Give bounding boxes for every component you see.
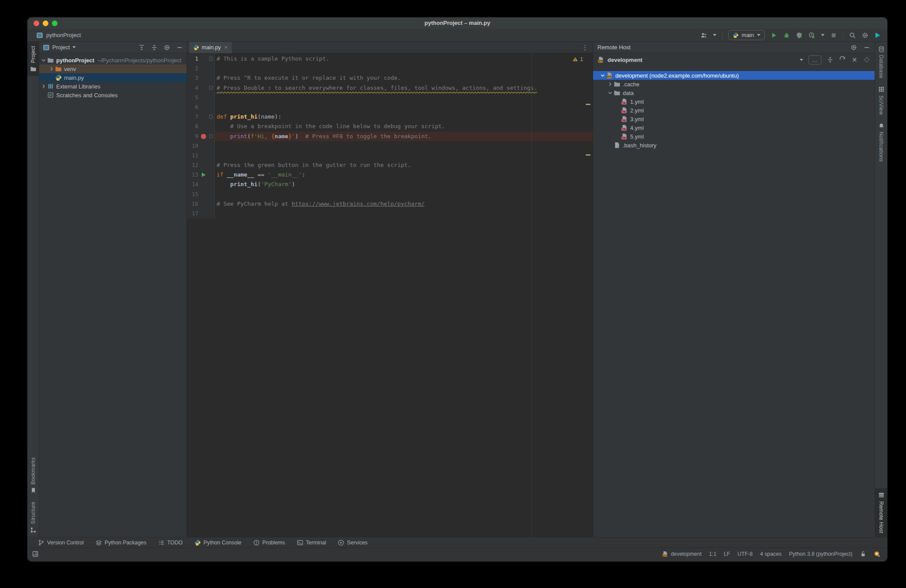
editor-gutter[interactable]: 2: [187, 64, 215, 73]
editor-gutter[interactable]: 8: [187, 122, 215, 131]
refresh-icon[interactable]: [839, 56, 846, 63]
code-line-1[interactable]: 1# This is a sample Python script.: [187, 54, 593, 64]
remote-host-title[interactable]: Remote Host: [597, 44, 631, 51]
close-tab-icon[interactable]: ×: [224, 44, 228, 51]
editor-gutter[interactable]: 15: [187, 190, 215, 199]
error-stripe-mark[interactable]: [586, 104, 590, 105]
editor-gutter[interactable]: 5: [187, 93, 215, 102]
code-text[interactable]: # Press the green button in the gutter t…: [215, 160, 593, 170]
expand-all-icon[interactable]: [138, 44, 145, 51]
editor-gutter[interactable]: 7: [187, 112, 215, 122]
run-line-icon[interactable]: [202, 173, 206, 177]
breakpoint-icon[interactable]: [201, 134, 206, 139]
editor-gutter[interactable]: 13: [187, 170, 215, 180]
inspection-widget[interactable]: 1: [572, 56, 583, 62]
tree-item-2.yml[interactable]: YML2.yml: [593, 106, 875, 115]
browse-button[interactable]: …: [808, 55, 821, 65]
run-with-coverage-button[interactable]: [796, 32, 803, 39]
code-text[interactable]: [215, 209, 593, 218]
fold-marker-icon[interactable]: [209, 115, 213, 119]
chevron-down-icon[interactable]: [599, 72, 606, 78]
editor-gutter[interactable]: 1: [187, 54, 215, 64]
code-text[interactable]: def print_hi(name):: [215, 112, 593, 122]
hide-icon[interactable]: [863, 44, 870, 51]
disconnect-icon[interactable]: [851, 56, 858, 63]
code-text[interactable]: # Press ^R to execute it or replace it w…: [215, 73, 593, 83]
code-line-6[interactable]: 6: [187, 102, 593, 112]
chevron-down-icon[interactable]: [72, 46, 76, 48]
hide-icon[interactable]: [176, 44, 183, 51]
code-with-me-users-icon[interactable]: [700, 32, 707, 39]
collapse-all-icon[interactable]: [151, 44, 158, 51]
fold-marker-icon[interactable]: [209, 86, 213, 90]
code-line-2[interactable]: 2: [187, 64, 593, 73]
fold-marker-icon[interactable]: [209, 57, 213, 61]
fold-marker-icon[interactable]: [209, 134, 213, 138]
code-text[interactable]: [215, 93, 593, 102]
editor-gutter[interactable]: 10: [187, 141, 215, 151]
code-line-8[interactable]: 8 # Use a breakpoint in the code line be…: [187, 122, 593, 131]
editor-gutter[interactable]: 6: [187, 102, 215, 112]
settings-gear-icon[interactable]: [862, 32, 869, 39]
toolwindow-button-todo[interactable]: TODO: [158, 539, 183, 546]
status-widget-utf-8[interactable]: UTF-8: [737, 551, 753, 557]
code-text[interactable]: [215, 141, 593, 151]
toolwindow-tab-bookmarks[interactable]: Bookmarks: [27, 453, 39, 498]
code-line-17[interactable]: 17: [187, 209, 593, 218]
jetbrains-logo-icon[interactable]: [874, 32, 881, 39]
editor-gutter[interactable]: 11: [187, 151, 215, 160]
toolwindow-button-python-console[interactable]: Python Console: [194, 539, 241, 546]
status-widget-unlock[interactable]: [860, 551, 866, 557]
project-toolwindow-title[interactable]: Project: [52, 44, 70, 51]
status-widget-1-1[interactable]: 1:1: [709, 551, 716, 557]
toolwindow-tab-remote-host[interactable]: Remote Host: [875, 488, 887, 537]
tree-item-5.yml[interactable]: YML5.yml: [593, 132, 875, 141]
code-line-3[interactable]: 3# Press ^R to execute it or replace it …: [187, 73, 593, 83]
code-line-14[interactable]: 14 print_hi('PyCharm'): [187, 180, 593, 189]
toolwindow-tab-database[interactable]: Database: [875, 42, 887, 82]
tree-item-pythonproject[interactable]: pythonProject~/PycharmProjects/pythonPro…: [39, 56, 187, 65]
run-configuration-select[interactable]: main: [728, 30, 765, 40]
code-text[interactable]: # Press Double ⇧ to search everywhere fo…: [215, 83, 593, 93]
chevron-right-icon[interactable]: [40, 83, 47, 89]
tree-item-venv[interactable]: venv: [39, 65, 187, 73]
chevron-down-icon[interactable]: [607, 90, 614, 96]
code-text[interactable]: [215, 102, 593, 112]
chevron-down-icon[interactable]: [713, 34, 716, 36]
search-everywhere-icon[interactable]: [849, 32, 856, 39]
debug-button[interactable]: [783, 32, 790, 39]
tree-item-data[interactable]: data: [593, 88, 875, 97]
toolwindow-button-terminal[interactable]: Terminal: [297, 539, 326, 546]
editor-gutter[interactable]: 16: [187, 199, 215, 209]
tree-item-.bash-history[interactable]: ?.bash_history: [593, 141, 875, 150]
status-widget-python-3-8-pythonproject-[interactable]: Python 3.8 (pythonProject): [789, 551, 852, 557]
status-widget-lf[interactable]: LF: [724, 551, 730, 557]
code-text[interactable]: # Use a breakpoint in the code line belo…: [215, 122, 593, 131]
toolwindow-toggle-icon[interactable]: [32, 551, 39, 557]
status-widget-update[interactable]: [874, 551, 880, 557]
editor-gutter[interactable]: 9: [187, 132, 215, 141]
code-line-13[interactable]: 13if __name__ == '__main__':: [187, 170, 593, 180]
toolwindow-button-problems[interactable]: Problems: [253, 539, 285, 546]
editor-gutter[interactable]: 12: [187, 160, 215, 170]
editor-gutter[interactable]: 4: [187, 83, 215, 93]
code-text[interactable]: [215, 190, 593, 199]
chevron-down-icon[interactable]: [40, 57, 47, 63]
code-editor[interactable]: 1# This is a sample Python script.23# Pr…: [187, 53, 593, 537]
editor-gutter[interactable]: 14: [187, 180, 215, 189]
gear-icon[interactable]: [850, 44, 857, 51]
tree-item-.cache[interactable]: .cache: [593, 80, 875, 88]
code-line-9[interactable]: 9 print(f'Hi, {name}') # Press ⌘F8 to to…: [187, 132, 593, 141]
tree-item-4.yml[interactable]: YML4.yml: [593, 123, 875, 132]
tree-item-main.py[interactable]: main.py: [39, 73, 187, 82]
tree-item-scratches-and-consoles[interactable]: Scratches and Consoles: [39, 91, 187, 99]
editor-gutter[interactable]: 3: [187, 73, 215, 83]
server-select[interactable]: SFTP development: [597, 56, 803, 63]
chevron-right-icon[interactable]: [607, 81, 614, 87]
toolwindow-button-services[interactable]: Services: [338, 539, 367, 546]
toolwindow-tab-sciview[interactable]: SciView: [875, 82, 887, 119]
tree-item-development-node2.example.com-home-ubuntu-[interactable]: SFTPdevelopment (node2.example.com/home/…: [593, 71, 875, 80]
toolwindow-tab-notifications[interactable]: Notifications: [875, 119, 887, 166]
collapse-all-icon[interactable]: [827, 56, 834, 63]
toolwindow-button-python-packages[interactable]: Python Packages: [95, 539, 146, 546]
